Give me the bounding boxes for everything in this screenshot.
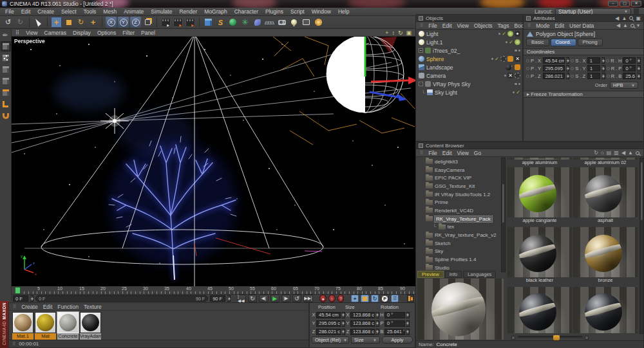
grid-item[interactable]: apple aluminium [507,158,572,166]
panel-grip[interactable]: ⠿ [420,151,423,156]
spinner[interactable] [601,65,605,71]
menu-simulate[interactable]: Simulate [151,8,172,15]
menu-character[interactable]: Character [234,8,258,15]
rp-field[interactable]: 0 ° [623,65,636,71]
key-pla-toggle[interactable]: ⠿ [391,295,399,302]
sx-field[interactable]: 1 [587,57,600,64]
texture-mode-icon[interactable] [1,53,11,63]
rb-field[interactable]: 25.641 ° [623,73,636,79]
tab-phong[interactable]: Phong [578,39,603,46]
parent-icon[interactable]: ▲ [623,23,628,28]
tab-preview[interactable]: Preview [417,271,444,278]
attr-menu-mode[interactable]: Mode [536,23,549,29]
tree-item[interactable]: EasyCamera [417,166,503,174]
size-z-field[interactable]: 123.868 cm [350,329,375,335]
object-row-vray-phys-sky[interactable]: − VRay Phys Sky [416,80,522,88]
vp-menu-filter[interactable]: Filter [122,30,135,36]
workplane-mode-icon[interactable] [1,64,11,75]
render-gear-icon[interactable] [313,17,324,28]
menu-tools[interactable]: Tools [84,8,97,15]
mat-menu-function[interactable]: Function [57,304,79,310]
spinner[interactable] [341,320,345,327]
vp-menu-cameras[interactable]: Cameras [44,30,66,36]
live-selection-icon[interactable] [33,17,44,28]
enable-check[interactable]: ✓ [516,90,520,95]
search-icon[interactable] [636,151,639,155]
mat-menu-edit[interactable]: Edit [43,304,53,310]
pin-icon[interactable]: ▾ [637,23,639,28]
enable-check[interactable]: ✓ [495,57,499,62]
up-icon[interactable]: ▲ [622,15,627,21]
spinner[interactable] [637,65,641,71]
last-tool-icon[interactable]: + [88,17,99,28]
menu-mograph[interactable]: MoGraph [204,8,227,15]
compositing-tag-icon[interactable] [507,31,513,37]
cb-menu-view[interactable]: View [457,150,469,156]
camera-object-icon[interactable] [276,17,287,28]
rotation-b-field[interactable]: 25.641 ° [384,329,405,335]
mat-menu-create[interactable]: Create [21,304,38,310]
lock-z-axis-icon[interactable]: Z [130,17,141,28]
grid-item[interactable] [573,287,638,333]
tree-item[interactable]: Prime [417,198,503,206]
search-icon[interactable] [630,24,634,28]
record-keyframe-icon[interactable]: ● [319,295,327,302]
py-field[interactable]: 295.095 cm [543,65,565,71]
dopesheet-icon[interactable] [407,295,414,302]
coord-size-dropdown[interactable]: Size▼ [351,336,380,343]
panel-grip[interactable]: ⠿ [15,30,19,36]
position-x-field[interactable]: 45.54 cm [316,312,341,318]
refresh-icon[interactable]: ↻ [594,150,598,156]
tab-languages[interactable]: Languages [463,271,496,278]
menu-edit[interactable]: Edit [21,8,31,15]
spinner[interactable] [637,73,641,79]
zoom-out-icon[interactable] [511,336,515,340]
close-button[interactable]: ✕ [631,1,641,6]
tree-scrollbar[interactable] [501,158,506,272]
spinner[interactable] [375,312,379,318]
zoom-in-icon[interactable] [585,336,589,340]
light-object-icon[interactable] [289,17,299,28]
tree-item[interactable]: delightkit3 [417,158,503,166]
spinner[interactable] [406,329,410,335]
menu-render[interactable]: Render [179,8,197,15]
spinner[interactable] [406,312,410,318]
zoom-view-icon[interactable]: ↕ [392,30,395,36]
spinner[interactable] [341,312,345,318]
autokey-icon[interactable]: ○ [328,295,336,302]
spinner[interactable] [601,73,605,79]
goto-start-icon[interactable]: |◀◀ [237,295,246,302]
grid-item[interactable]: black leather [507,227,572,284]
scale-tool-icon[interactable] [63,17,74,28]
search-icon[interactable] [629,16,633,20]
texture-tag-icon[interactable] [515,64,520,70]
points-mode-icon[interactable] [1,87,11,98]
expand-icon[interactable]: − [419,82,423,86]
menu-help[interactable]: Help [338,8,349,15]
cb-menu-go[interactable]: Go [474,150,481,156]
menu-window[interactable]: Window [312,8,331,15]
rh-field[interactable]: 0 ° [623,57,636,64]
deformer-icon[interactable] [252,17,263,28]
menu-create[interactable]: Create [37,8,54,15]
obj-menu-file[interactable]: File [428,23,437,29]
lock-y-axis-icon[interactable]: Y [118,17,129,28]
delete-icon[interactable]: ▤ [607,150,612,156]
coord-mode-dropdown[interactable]: Object (Rel)▼ [312,336,349,343]
tree-item-selected[interactable]: RK_Vray_Texture_Pack [417,215,503,223]
coordinate-system-icon[interactable] [142,17,153,28]
tree-item[interactable]: Spline Profiles 1.4 [417,255,503,264]
object-row-camera[interactable]: Camera ✕ [416,71,522,80]
vp-menu-panel[interactable]: Panel [141,30,155,36]
panel-grip[interactable]: ⠿ [527,23,531,28]
timeline-playhead[interactable] [15,287,21,294]
end-frame-spinner[interactable] [227,295,231,302]
spinner[interactable] [601,57,605,64]
material-vrayadam[interactable]: VrayAdam [80,312,101,340]
sz-field[interactable]: 1 [587,73,600,79]
redo-icon[interactable]: ↻ [15,17,26,28]
star-tag-icon[interactable]: ✦ [515,31,520,37]
vp-menu-display[interactable]: Display [73,30,91,36]
key-position-toggle[interactable]: + [351,295,359,302]
floor-environment-icon[interactable] [264,17,275,28]
